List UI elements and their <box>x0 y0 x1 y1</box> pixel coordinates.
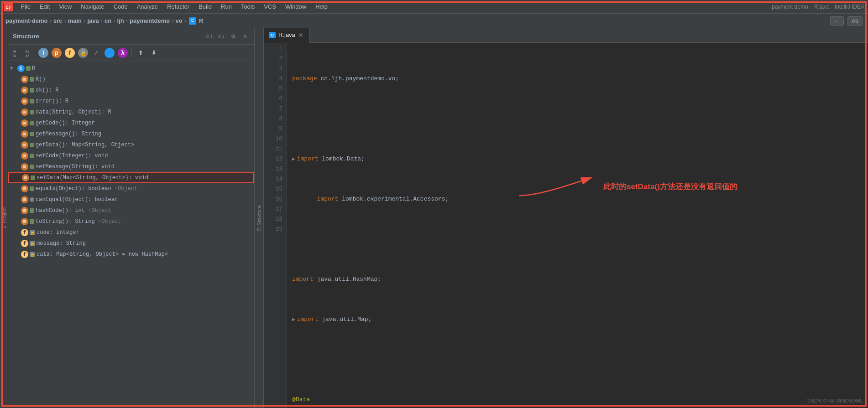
menu-tools[interactable]: Tools <box>237 2 258 11</box>
fold-icon-3[interactable]: ▶ <box>292 154 295 164</box>
tree-root-R[interactable]: ▼ C R <box>8 63 254 74</box>
tree-item-getcode[interactable]: m getCode(): Integer <box>8 118 254 129</box>
tab-rjava[interactable]: C R.java ✕ <box>264 28 309 43</box>
breadcrumb-class[interactable]: R <box>199 17 203 24</box>
tree-item-setmessage[interactable]: m setMessage(String): void <box>8 161 254 172</box>
close-btn[interactable]: ✕ <box>241 32 250 41</box>
structure-panel: Structure ≡↑ ≡↓ ⚙ ✕ ↑a↓z a↓z↑ I p f <box>8 28 255 408</box>
svg-text:a↓: a↓ <box>26 49 29 53</box>
move-down-btn[interactable]: ⬇ <box>148 47 160 59</box>
toolbar-sep <box>131 48 132 57</box>
menu-run[interactable]: Run <box>217 2 235 11</box>
menu-analyze[interactable]: Analyze <box>133 2 162 11</box>
breadcrumb-java[interactable]: java <box>87 17 99 24</box>
sort-btn[interactable]: ≡↑ <box>205 32 214 41</box>
method-badge-tostring: m <box>21 218 28 225</box>
method-badge-equals: m <box>21 185 28 192</box>
breadcrumb-back-btn[interactable]: ← <box>830 16 844 26</box>
menu-view[interactable]: View <box>55 2 75 11</box>
code-editor[interactable]: 1 2 3 4 5 6 7 8 9 10 11 12 13 14 15 16 1… <box>264 43 868 408</box>
breadcrumb-src[interactable]: src <box>53 17 63 24</box>
method-badge-getcode: m <box>21 119 28 127</box>
tree-root-label: R <box>32 65 35 72</box>
tree-item-field-data[interactable]: f 🔒 data: Map<String, Object> = new Hash… <box>8 249 254 260</box>
menu-refactor[interactable]: Refactor <box>163 2 193 11</box>
field-badge-message: f <box>21 240 28 247</box>
code-line-4: import lombok.experimental.Accessors; <box>292 194 868 204</box>
structure-toolbar: ↑a↓z a↓z↑ I p f 🔒 ✓ λ <box>8 45 254 61</box>
tree-item-getmessage[interactable]: m getMessage(): String <box>8 129 254 139</box>
method-badge-error: m <box>21 98 28 105</box>
svg-text:IJ: IJ <box>6 5 11 10</box>
filter-circle-btn[interactable] <box>104 47 115 59</box>
tree-item-error[interactable]: m error(): R <box>8 96 254 107</box>
tree-item-getdata[interactable]: m getData(): Map<String, Object> <box>8 139 254 150</box>
breadcrumb-ab-btn[interactable]: Ab <box>847 16 863 26</box>
java-file-icon: C <box>269 32 276 38</box>
breadcrumb-vo[interactable]: vo <box>176 17 183 24</box>
code-line-9: @Data <box>292 395 868 405</box>
tree-item-field-message[interactable]: f 🔒 message: String <box>8 238 254 249</box>
sort-az-btn[interactable]: ↑a↓z <box>11 47 23 59</box>
project-tab-label[interactable]: 1: Project <box>0 204 8 232</box>
tree-item-canequal[interactable]: m canEqual(Object): boolean <box>8 194 254 205</box>
window-title: payment demo – R.java - IntelliJ IDEA <box>772 4 864 10</box>
filter-lambda-btn[interactable]: λ <box>117 47 129 59</box>
menu-help[interactable]: Help <box>312 2 331 11</box>
watermark: ©SDN ©lH&HANDSOME <box>807 398 863 403</box>
method-badge-ok: m <box>21 87 28 94</box>
filter-y-btn[interactable]: ✓ <box>90 47 102 59</box>
sort2-btn[interactable]: ≡↓ <box>217 32 226 41</box>
menu-file[interactable]: File <box>17 2 34 11</box>
menu-edit[interactable]: Edit <box>36 2 53 11</box>
filter-lock-btn[interactable]: 🔒 <box>77 47 89 59</box>
method-badge-getdata: m <box>21 141 28 149</box>
menu-window[interactable]: Window <box>282 2 310 11</box>
structure-title: Structure <box>13 33 202 40</box>
svg-text:↓z: ↓z <box>12 53 16 57</box>
breadcrumb-project[interactable]: payment-demo <box>5 17 47 24</box>
tree-item-data[interactable]: m data(String, Object): R <box>8 107 254 118</box>
method-badge: m <box>21 76 28 83</box>
code-line-1: package cn.ljh.paymentdemo.vo; <box>292 74 868 84</box>
tree-item-setcode[interactable]: m setCode(Integer): void <box>8 150 254 161</box>
filter-i-btn[interactable]: I <box>37 47 49 59</box>
menu-navigate[interactable]: Navigate <box>77 2 108 11</box>
tree-item-constructor[interactable]: m R() <box>8 74 254 85</box>
structure-tab-label[interactable]: Z: Structure <box>256 205 262 231</box>
tab-close-btn[interactable]: ✕ <box>298 31 303 39</box>
main-layout: 1: Project Structure ≡↑ ≡↓ ⚙ ✕ ↑a↓z a↓z↑… <box>0 28 868 408</box>
field-badge-code: f <box>21 229 28 236</box>
structure-tree: ▼ C R m R() m ok(): R m error(): R <box>8 61 254 408</box>
tab-label: R.java <box>278 31 295 38</box>
project-side-tab[interactable]: 1: Project <box>0 28 8 408</box>
breadcrumb-main[interactable]: main <box>68 17 82 24</box>
filter-p-btn[interactable]: p <box>51 47 63 59</box>
breadcrumb-paymentdemo[interactable]: paymentdemo <box>130 17 170 24</box>
tree-item-hashcode[interactable]: m hashCode(): int ↑Object <box>8 205 254 216</box>
breadcrumb-ljh[interactable]: ljh <box>117 17 124 24</box>
tree-item-equals[interactable]: m equals(Object): boolean ↑Object <box>8 183 254 194</box>
menu-build[interactable]: Build <box>195 2 215 11</box>
tree-item-tostring[interactable]: m toString(): String ↑Object <box>8 216 254 227</box>
tree-item-field-code[interactable]: f 🔒 code: Integer <box>8 227 254 238</box>
code-line-5 <box>292 234 868 244</box>
method-badge-getmessage: m <box>21 130 28 138</box>
menu-vcs[interactable]: VCS <box>260 2 280 11</box>
breadcrumb-cn[interactable]: cn <box>105 17 111 24</box>
breadcrumb-actions: ← Ab <box>830 16 863 26</box>
method-badge-data: m <box>21 108 28 116</box>
tree-item-setdata[interactable]: m setData(Map<String, Object>): void <box>8 172 254 183</box>
class-icon: C <box>189 17 196 25</box>
settings-btn[interactable]: ⚙ <box>229 32 238 41</box>
sort-za-btn[interactable]: a↓z↑ <box>24 47 36 59</box>
code-content[interactable]: package cn.ljh.paymentdemo.vo; ▶ import … <box>287 43 868 408</box>
class-badge: C <box>17 65 25 72</box>
menu-code[interactable]: Code <box>110 2 131 11</box>
structure-side-tab[interactable]: Z: Structure <box>255 28 264 408</box>
tree-item-ok[interactable]: m ok(): R <box>8 85 254 96</box>
filter-f-btn[interactable]: f <box>64 47 76 59</box>
fold-icon-7[interactable]: ▶ <box>292 315 295 325</box>
move-up-btn[interactable]: ⬆ <box>135 47 146 59</box>
line-numbers: 1 2 3 4 5 6 7 8 9 10 11 12 13 14 15 16 1… <box>264 43 287 408</box>
